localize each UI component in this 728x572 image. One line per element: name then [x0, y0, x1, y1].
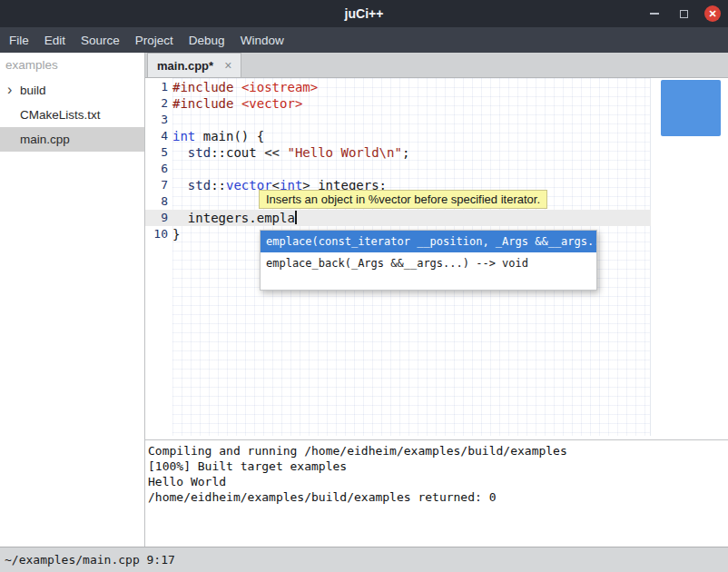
status-text: ~/examples/main.cpp 9:17 [5, 553, 175, 567]
maximize-button[interactable] [675, 5, 692, 22]
code-segment: ::cout << [211, 145, 287, 160]
file-label: main.cpp [20, 133, 70, 146]
code-segment: int [172, 129, 195, 143]
code-segment: #include [172, 96, 233, 111]
window-controls: ✕ [646, 0, 721, 27]
editor-line-1[interactable]: 1#include <iostream> [145, 79, 651, 95]
line-code [168, 112, 172, 128]
output-line: Hello World [148, 474, 728, 489]
menu-item-edit[interactable]: Edit [44, 34, 65, 47]
line-code: int main() { [168, 128, 264, 144]
close-button[interactable]: ✕ [704, 5, 721, 22]
editor-line-9[interactable]: 9 integers.empla [145, 210, 651, 226]
title-bar: juCi++ ✕ [0, 0, 728, 27]
file-label: CMakeLists.txt [20, 108, 101, 122]
autocomplete-item-0[interactable]: emplace(const_iterator __position, _Args… [261, 231, 596, 252]
maximize-icon [680, 10, 688, 18]
line-number: 3 [145, 112, 168, 128]
menu-item-window[interactable]: Window [241, 34, 284, 47]
sidebar-item-build[interactable]: ›build [0, 78, 144, 103]
output-panel: Compiling and running /home/eidheim/exam… [145, 439, 728, 547]
menu-item-file[interactable]: File [9, 34, 29, 47]
doc-tooltip: Inserts an object in %vector before spec… [259, 190, 547, 209]
sidebar-item-main-cpp[interactable]: main.cpp [0, 127, 144, 152]
sidebar-header: examples [0, 53, 144, 78]
line-number: 5 [145, 144, 168, 161]
close-icon: ✕ [708, 6, 716, 22]
minimize-button[interactable] [646, 5, 663, 22]
output-line: /home/eidheim/examples/build/examples re… [148, 489, 728, 505]
line-number: 10 [145, 226, 168, 242]
code-segment: ; [402, 145, 409, 160]
output-line: Compiling and running /home/eidheim/exam… [148, 443, 728, 459]
menu-item-debug[interactable]: Debug [189, 34, 225, 47]
line-number: 8 [145, 193, 168, 210]
code-segment: :: [211, 178, 226, 192]
output-line: [100%] Built target examples [148, 459, 728, 474]
code-segment [172, 145, 188, 160]
autocomplete-item-1[interactable]: emplace_back(_Args &&__args...) --> void [261, 252, 596, 274]
line-number: 1 [145, 79, 168, 95]
code-lines: 1#include <iostream>2#include <vector>34… [145, 79, 651, 242]
code-segment [172, 178, 188, 192]
line-number: 6 [145, 161, 168, 177]
window-title: juCi++ [345, 6, 384, 21]
line-number: 4 [145, 128, 168, 144]
autocomplete-popup: emplace(const_iterator __position, _Args… [260, 230, 597, 291]
editor-line-6[interactable]: 6 [145, 161, 651, 177]
line-number: 7 [145, 177, 168, 193]
line-code: std::cout << "Hello World\n"; [168, 144, 409, 161]
line-code [168, 161, 172, 177]
text-cursor [295, 211, 297, 224]
code-segment: main() { [195, 129, 264, 143]
code-segment: integers.empla [172, 211, 295, 225]
menu-item-source[interactable]: Source [81, 34, 120, 47]
code-segment: <iostream> [241, 80, 318, 94]
main-area: examples ›buildCMakeLists.txtmain.cpp ma… [0, 53, 728, 547]
line-code [168, 193, 172, 210]
file-explorer-sidebar: examples ›buildCMakeLists.txtmain.cpp [0, 53, 145, 547]
tab-main-cpp[interactable]: main.cpp*× [147, 53, 241, 77]
status-bar: ~/examples/main.cpp 9:17 [0, 547, 728, 572]
code-editor[interactable]: 1#include <iostream>2#include <vector>34… [145, 78, 728, 439]
minimize-icon [650, 13, 659, 15]
sidebar-item-cmakelists-txt[interactable]: CMakeLists.txt [0, 103, 144, 127]
code-segment: "Hello World\n" [287, 145, 401, 160]
menu-item-project[interactable]: Project [135, 34, 173, 47]
editor-line-2[interactable]: 2#include <vector> [145, 95, 651, 112]
editor-line-4[interactable]: 4int main() { [145, 128, 651, 144]
editor-line-3[interactable]: 3 [145, 112, 651, 128]
tab-label: main.cpp* [157, 59, 213, 73]
content-area: main.cpp*× 1#include <iostream>2#include… [145, 53, 728, 547]
file-tree: ›buildCMakeLists.txtmain.cpp [0, 78, 144, 152]
tab-bar: main.cpp*× [145, 53, 728, 78]
code-segment: std [188, 145, 211, 160]
menu-bar: FileEditSourceProjectDebugWindow [0, 27, 728, 53]
code-segment: } [172, 227, 180, 242]
code-segment: <vector> [241, 96, 302, 111]
line-code: } [168, 226, 180, 242]
line-number: 2 [145, 95, 168, 112]
line-number: 9 [145, 210, 168, 226]
app-window: juCi++ ✕ FileEditSourceProjectDebugWindo… [0, 0, 728, 572]
line-code: integers.empla [168, 210, 297, 226]
line-code: #include <iostream> [168, 79, 318, 95]
line-code: #include <vector> [168, 95, 302, 112]
code-segment [233, 80, 241, 94]
editor-scrollbar-thumb[interactable] [661, 80, 721, 136]
code-segment [233, 96, 241, 111]
code-segment: std [188, 178, 211, 192]
tab-close-icon[interactable]: × [224, 58, 231, 73]
code-segment: #include [172, 80, 233, 94]
file-label: build [20, 84, 46, 97]
editor-line-5[interactable]: 5 std::cout << "Hello World\n"; [145, 144, 651, 161]
chevron-right-icon: › [7, 81, 12, 97]
